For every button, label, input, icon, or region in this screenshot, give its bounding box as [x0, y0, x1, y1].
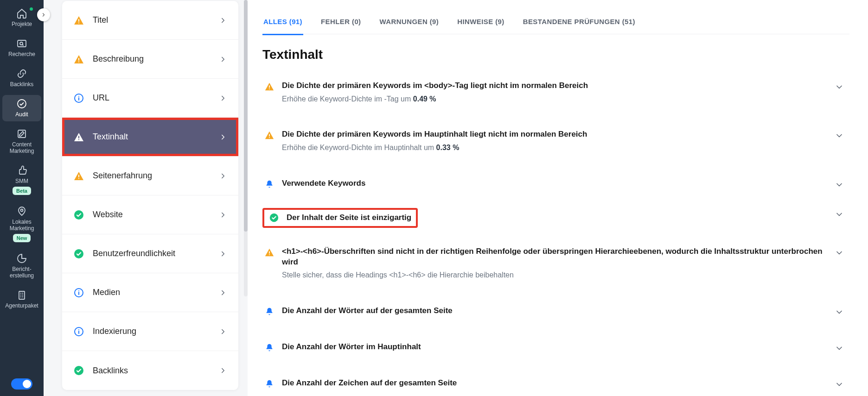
audit-title: Die Dichte der primären Keywords im Haup…	[282, 129, 827, 140]
svg-point-1	[20, 42, 23, 45]
nav-label: Recherche	[8, 51, 35, 57]
chevron-right-icon	[219, 172, 227, 180]
sidebar-item-label: Seitenerfahrung	[93, 171, 211, 181]
tab-bestanden[interactable]: BESTANDENE PRÜFUNGEN (51)	[522, 9, 636, 34]
sidebar-item-backlinks[interactable]: Backlinks	[62, 351, 238, 390]
chevron-down-icon	[835, 308, 844, 317]
chevron-down-icon	[835, 248, 844, 258]
svg-point-9	[78, 139, 79, 140]
nav-recherche[interactable]: Recherche	[2, 35, 41, 61]
info-icon	[73, 93, 84, 104]
theme-toggle[interactable]	[11, 378, 32, 390]
sidebar-item-textinhalt[interactable]: Textinhalt	[62, 118, 238, 157]
nav-label: Lokales Marketing	[2, 219, 41, 232]
nav-label: Backlinks	[10, 81, 34, 88]
nav-label: Projekte	[12, 21, 32, 27]
sidebar-scrollbar[interactable]	[244, 0, 248, 296]
chevron-down-icon	[835, 131, 844, 140]
chart-icon	[16, 252, 28, 264]
info-icon	[73, 326, 84, 337]
pin-icon	[16, 205, 28, 217]
audit-title: Der Inhalt der Seite ist einzigartig	[287, 213, 411, 223]
audit-item[interactable]: Die Anzahl der Zeichen auf der gesamten …	[262, 370, 849, 396]
audit-subtitle: Stelle sicher, dass die Headings <h1>-<h…	[282, 270, 827, 280]
sidebar-item-seitenerfahrung[interactable]: Seitenerfahrung	[62, 157, 238, 195]
sidebar-item-label: Beschreibung	[93, 54, 211, 64]
svg-point-19	[269, 254, 270, 255]
audit-title: Die Anzahl der Wörter auf der gesamten S…	[282, 306, 827, 316]
new-badge: New	[13, 234, 31, 242]
tab-warnungen[interactable]: WARNUNGEN (9)	[379, 9, 440, 34]
tab-fehler[interactable]: FEHLER (0)	[320, 9, 362, 34]
nav-berichte[interactable]: Bericht-erstellung	[2, 250, 41, 283]
audit-subtitle: Erhöhe die Keyword-Dichte im Hauptinhalt…	[282, 143, 827, 153]
sidebar-item-label: Backlinks	[93, 366, 211, 376]
sidebar-item-url[interactable]: URL	[62, 79, 238, 118]
svg-point-7	[78, 61, 79, 62]
nav-rail: Projekte Recherche Backlinks Audit Conte…	[0, 0, 44, 396]
svg-point-4	[21, 209, 23, 212]
audit-item[interactable]: Die Dichte der primären Keywords im Haup…	[262, 121, 849, 161]
tab-hinweise[interactable]: HINWEISE (9)	[456, 9, 505, 34]
svg-rect-5	[19, 291, 25, 299]
chevron-right-icon	[219, 366, 227, 375]
svg-point-16	[269, 88, 270, 89]
sidebar-item-label: URL	[93, 93, 211, 103]
nav-label: Agenturpaket	[5, 302, 38, 309]
tab-alles[interactable]: ALLES (91)	[262, 9, 303, 34]
warning-icon	[264, 130, 274, 140]
svg-point-17	[269, 137, 270, 138]
nav-lokales-marketing[interactable]: Lokales Marketing New	[2, 202, 41, 246]
sidebar-item-beschreibung[interactable]: Beschreibung	[62, 40, 238, 79]
chevron-right-icon	[219, 55, 227, 63]
chevron-right-icon	[219, 133, 227, 141]
nav-audit[interactable]: Audit	[2, 95, 41, 121]
home-icon	[16, 7, 28, 19]
nav-agenturpaket[interactable]: Agenturpaket	[2, 286, 41, 313]
audit-item[interactable]: Der Inhalt der Seite ist einzigartig	[262, 206, 849, 230]
sidebar-item-benutzerfreundlichkeit[interactable]: Benutzerfreundlichkeit	[62, 234, 238, 273]
check-icon	[73, 365, 84, 376]
chevron-right-icon	[219, 211, 227, 219]
chevron-down-icon	[835, 180, 844, 189]
nav-projekte[interactable]: Projekte	[2, 5, 41, 31]
link-icon	[16, 68, 28, 80]
chevron-right-icon	[41, 12, 46, 18]
svg-point-2	[18, 100, 26, 108]
audit-item[interactable]: Die Anzahl der Wörter auf der gesamten S…	[262, 297, 849, 325]
nav-smm[interactable]: SMM Beta	[2, 162, 41, 199]
sidebar-item-indexierung[interactable]: Indexierung	[62, 312, 238, 351]
sidebar-item-titel[interactable]: Titel	[62, 1, 238, 40]
warning-icon	[73, 54, 84, 65]
highlighted-audit: Der Inhalt der Seite ist einzigartig	[262, 208, 418, 228]
sidebar-item-label: Medien	[93, 288, 211, 297]
nav-content-marketing[interactable]: Content Marketing	[2, 125, 41, 158]
audit-item[interactable]: Verwendete Keywords	[262, 170, 849, 198]
thumbs-up-icon	[16, 164, 28, 176]
section-sidebar: Titel Beschreibung URL Textinhalt Seiten…	[44, 0, 248, 396]
chevron-down-icon	[835, 82, 844, 92]
nav-label: SMM	[15, 178, 28, 184]
audit-title: <h1>-<h6>-Überschriften sind nicht in de…	[282, 246, 827, 268]
svg-point-10	[78, 178, 79, 179]
chevron-right-icon	[219, 16, 227, 25]
expand-rail-button[interactable]	[37, 8, 50, 21]
sidebar-item-label: Benutzerfreundlichkeit	[93, 249, 211, 258]
audit-item[interactable]: <h1>-<h6>-Überschriften sind nicht in de…	[262, 238, 849, 289]
building-icon	[16, 289, 28, 301]
error-icon	[73, 132, 84, 143]
audit-item[interactable]: Die Dichte der primären Keywords im <bod…	[262, 72, 849, 113]
check-icon	[73, 209, 84, 220]
sidebar-item-website[interactable]: Website	[62, 195, 238, 234]
check-circle-icon	[16, 98, 28, 110]
chevron-right-icon	[219, 94, 227, 102]
sidebar-item-label: Indexierung	[93, 327, 211, 336]
audit-item[interactable]: Die Anzahl der Wörter im Hauptinhalt	[262, 333, 849, 361]
info-icon	[73, 287, 84, 298]
sidebar-item-label: Textinhalt	[93, 132, 211, 142]
chevron-right-icon	[219, 327, 227, 336]
nav-label: Audit	[15, 111, 28, 118]
nav-backlinks[interactable]: Backlinks	[2, 65, 41, 91]
sidebar-item-medien[interactable]: Medien	[62, 273, 238, 312]
check-icon	[73, 248, 84, 259]
